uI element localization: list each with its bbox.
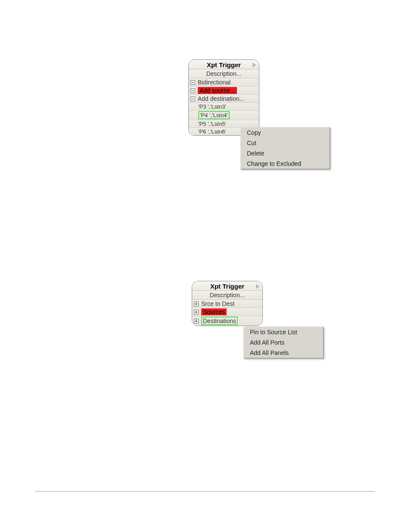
dest-child-row-1[interactable]: 'P4 ','Lstn4' — [189, 111, 259, 120]
panel-description[interactable]: Description... — [192, 291, 262, 300]
panel-description[interactable]: Description... — [189, 69, 259, 78]
xpt-trigger-panel-1: Xpt Trigger Description... − Bidirection… — [188, 59, 259, 136]
ctx-pin-source-list[interactable]: Pin to Source List — [244, 327, 323, 337]
dest-child-label-1: 'P4 ','Lstn4' — [200, 112, 228, 118]
triangle-icon[interactable] — [256, 284, 260, 289]
xpt-trigger-panel-2: Xpt Trigger Description... + Srce to Des… — [192, 281, 263, 326]
collapse-icon[interactable]: − — [190, 96, 195, 101]
dest-child-label-2: 'P5 ','Lstn5' — [198, 121, 226, 127]
destinations-selected: Destinations — [201, 317, 238, 325]
panel-title: Xpt Trigger — [192, 281, 262, 291]
panel-title: Xpt Trigger — [189, 60, 259, 69]
dest-child-selected: 'P4 ','Lstn4' — [198, 111, 230, 119]
destinations-label: Destinations — [203, 317, 236, 324]
dest-child-label-0: 'P3 ','Lstn3' — [198, 103, 226, 110]
dest-child-label-3: 'P6 ','Lstn6' — [198, 128, 226, 135]
ctx-add-all-ports[interactable]: Add All Ports — [244, 337, 323, 348]
ctx-cut[interactable]: Cut — [241, 138, 330, 148]
add-source-row[interactable]: − Add source... — [189, 87, 259, 95]
panel-title-text: Xpt Trigger — [210, 283, 244, 290]
add-destination-label: Add destination... — [198, 95, 244, 102]
sources-label: Sources — [201, 308, 227, 315]
ctx-copy[interactable]: Copy — [241, 128, 330, 138]
context-menu-1: Copy Cut Delete Change to Excluded — [240, 127, 330, 169]
ctx-change-excluded[interactable]: Change to Excluded — [241, 159, 330, 169]
expand-icon[interactable]: + — [194, 319, 199, 324]
triangle-icon[interactable] — [252, 62, 256, 68]
srce-to-dest-label: Srce to Dest — [201, 300, 234, 307]
srce-to-dest-row[interactable]: + Srce to Dest — [192, 300, 262, 308]
expand-icon[interactable]: + — [194, 310, 199, 314]
divider — [34, 491, 375, 492]
destinations-row[interactable]: + Destinations — [192, 316, 262, 326]
expand-icon[interactable]: + — [194, 302, 199, 306]
add-destination-row[interactable]: − Add destination... — [189, 95, 259, 103]
collapse-icon[interactable]: − — [190, 80, 195, 85]
bidirectional-row[interactable]: − Bidirectional — [189, 78, 259, 87]
dest-child-row-0[interactable]: 'P3 ','Lstn3' — [189, 103, 259, 111]
ctx-add-all-panels[interactable]: Add All Panels — [244, 348, 323, 358]
ctx-delete[interactable]: Delete — [241, 148, 330, 159]
sources-row[interactable]: + Sources — [192, 308, 262, 316]
add-source-label: Add source... — [198, 87, 237, 94]
bidirectional-label: Bidirectional — [198, 79, 230, 86]
panel-title-text: Xpt Trigger — [207, 61, 241, 68]
context-menu-2: Pin to Source List Add All Ports Add All… — [243, 327, 324, 358]
collapse-icon[interactable]: − — [190, 88, 195, 93]
